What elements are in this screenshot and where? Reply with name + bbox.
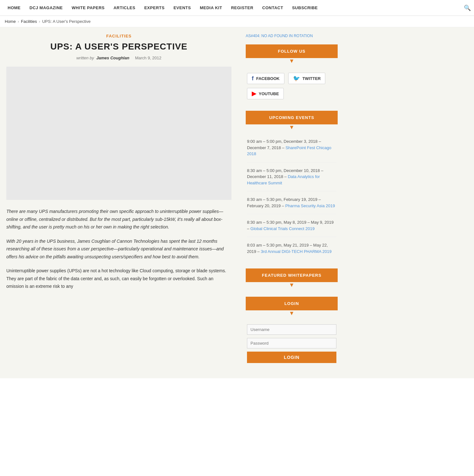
main-nav: HOME DCJ MAGAZINE WHITE PAPERS ARTICLES …: [0, 0, 474, 16]
event-item-4: 8:30 am – 5:30 pm, May 8, 2019 – May 9, …: [247, 219, 336, 237]
login-form: LOGIN: [246, 320, 338, 363]
facebook-label: FACEBOOK: [256, 76, 280, 81]
event-item-5: 8:03 am – 5:30 pm, May 21, 2019 – May 22…: [247, 242, 336, 260]
upcoming-events-section: UPCOMING EVENTS ▼ 9:00 am – 5:00 pm, Dec…: [246, 111, 338, 260]
nav-events[interactable]: EVENTS: [169, 5, 195, 10]
twitter-icon: 🐦: [293, 75, 300, 82]
follow-us-header-wrapper: FOLLOW US: [246, 44, 338, 58]
sidebar: AS#404: NO AD FOUND IN ROTATION FOLLOW U…: [241, 27, 342, 378]
article-para-1: There are many UPS manufacturers promoti…: [6, 208, 231, 231]
search-button[interactable]: 🔍: [464, 4, 471, 11]
youtube-icon: ▶: [252, 90, 256, 97]
nav-experts[interactable]: EXPERTS: [140, 5, 169, 10]
written-by-text: written by: [76, 56, 94, 60]
breadcrumb-home[interactable]: Home: [5, 19, 16, 24]
nav-subscribe[interactable]: SUBSCRIBE: [288, 5, 322, 10]
article-title: UPS: A USER'S PERSPECTIVE: [6, 42, 231, 52]
username-input[interactable]: [247, 324, 336, 335]
twitter-label: TWITTER: [302, 76, 321, 81]
facebook-icon: f: [252, 75, 254, 82]
upcoming-events-header-wrapper: UPCOMING EVENTS: [246, 111, 338, 124]
featured-whitepapers-header: FEATURED WHITEPAPERS: [246, 269, 337, 281]
article-body: There are many UPS manufacturers promoti…: [6, 208, 231, 290]
author-name: James Coughlan: [96, 56, 129, 60]
breadcrumb-current: UPS: A User's Perspective: [42, 19, 91, 24]
event-4-link[interactable]: Global Clinical Trials Connect 2019: [250, 226, 315, 231]
nav-white-papers[interactable]: WHITE PAPERS: [67, 5, 109, 10]
login-section: LOGIN ▼ LOGIN: [246, 297, 338, 363]
event-5-link[interactable]: 3rd Annual DIGI-TECH PHARMA 2019: [261, 249, 331, 254]
events-list: 9:00 am – 5:00 pm, December 3, 2018 – De…: [246, 134, 338, 260]
upcoming-events-arrow: ▼: [246, 124, 338, 130]
breadcrumb-facilities[interactable]: Facilities: [21, 19, 37, 24]
breadcrumb-sep-2: ›: [39, 19, 40, 24]
nav-media-kit[interactable]: MEDIA KIT: [195, 5, 226, 10]
login-header: LOGIN: [246, 297, 337, 310]
nav-register[interactable]: REGISTER: [227, 5, 258, 10]
event-item-1: 9:00 am – 5:00 pm, December 3, 2018 – De…: [247, 138, 336, 162]
facebook-button[interactable]: f FACEBOOK: [247, 73, 284, 84]
article-para-3: Uninterruptible power supplies (UPSs) ar…: [6, 267, 231, 290]
breadcrumb-sep-1: ›: [18, 19, 19, 24]
upcoming-events-header: UPCOMING EVENTS: [246, 111, 337, 124]
main-content: FACILITIES UPS: A USER'S PERSPECTIVE wri…: [0, 27, 241, 378]
login-button[interactable]: LOGIN: [247, 352, 336, 363]
article-date: March 9, 2012: [135, 56, 161, 60]
youtube-button[interactable]: ▶ YOUTUBE: [247, 88, 284, 99]
featured-whitepapers-arrow: ▼: [246, 282, 338, 288]
follow-us-arrow: ▼: [246, 58, 338, 64]
youtube-label: YOUTUBE: [259, 91, 279, 96]
nav-contact[interactable]: CONTACT: [258, 5, 288, 10]
sidebar-ad: AS#404: NO AD FOUND IN ROTATION: [246, 34, 338, 38]
follow-buttons: f FACEBOOK 🐦 TWITTER ▶ YOUTUBE: [246, 68, 338, 102]
twitter-button[interactable]: 🐦 TWITTER: [288, 73, 326, 84]
event-item-3: 8:30 am – 5:30 pm, February 19, 2019 – F…: [247, 196, 336, 214]
featured-whitepapers-header-wrapper: FEATURED WHITEPAPERS: [246, 268, 338, 282]
breadcrumb: Home › Facilities › UPS: A User's Perspe…: [0, 16, 474, 27]
nav-home[interactable]: HOME: [3, 5, 25, 10]
category-label: FACILITIES: [6, 34, 231, 38]
follow-us-section: FOLLOW US ▼ f FACEBOOK 🐦 TWITTER ▶ YOUTU…: [246, 44, 338, 102]
event-item-2: 8:30 am – 5:00 pm, December 10, 2018 – D…: [247, 168, 336, 192]
article-image: [6, 67, 231, 200]
page-wrapper: FACILITIES UPS: A USER'S PERSPECTIVE wri…: [0, 27, 474, 378]
nav-dcj-magazine[interactable]: DCJ MAGAZINE: [25, 5, 67, 10]
event-3-link[interactable]: Pharma Security Asia 2019: [285, 203, 335, 208]
article-meta: written by James Coughlan March 9, 2012: [6, 56, 231, 60]
article-para-2: With 20 years in the UPS business, James…: [6, 237, 231, 261]
login-arrow: ▼: [246, 310, 338, 316]
written-by-label: written by James Coughlan: [76, 56, 131, 60]
featured-whitepapers-section: FEATURED WHITEPAPERS ▼: [246, 268, 338, 288]
follow-us-header: FOLLOW US: [246, 45, 337, 57]
nav-articles[interactable]: ARTICLES: [109, 5, 140, 10]
login-header-wrapper: LOGIN: [246, 297, 338, 310]
password-input[interactable]: [247, 338, 336, 348]
